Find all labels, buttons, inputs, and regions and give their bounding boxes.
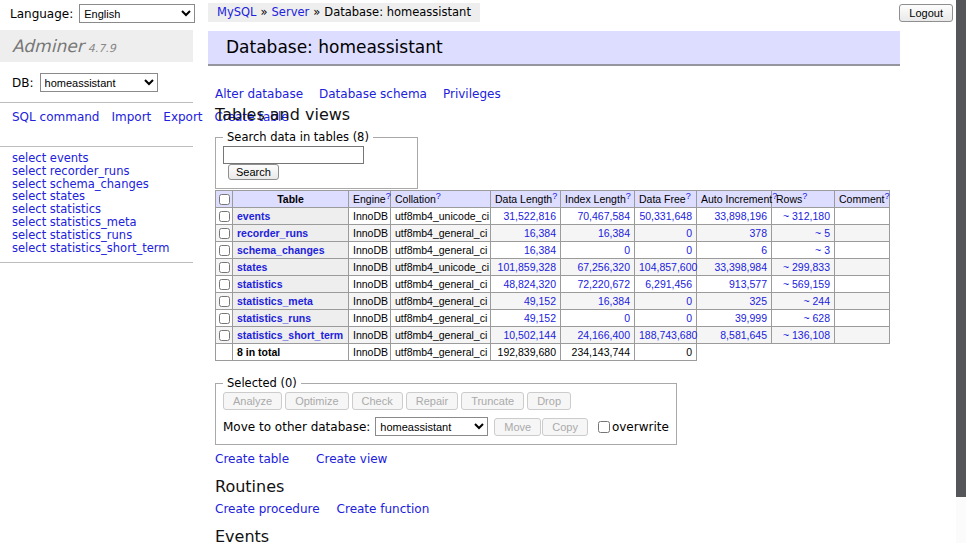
row-checkbox[interactable]	[219, 211, 230, 222]
copy-button[interactable]: Copy	[542, 418, 588, 436]
data-length-link[interactable]: 10,502,144	[503, 329, 556, 341]
row-select-cell[interactable]	[216, 276, 233, 293]
column-help-link[interactable]: ?	[626, 191, 631, 201]
rows-link[interactable]: ~ 3	[815, 244, 830, 256]
db-select[interactable]: homeassistant	[40, 73, 158, 92]
create-view-link[interactable]: Create view	[316, 452, 387, 466]
data-length-link[interactable]: 48,824,320	[503, 278, 556, 290]
index-length-link[interactable]: 16,384	[598, 295, 630, 307]
column-help-link[interactable]: ?	[686, 191, 691, 201]
index-length-link[interactable]: 24,166,400	[577, 329, 630, 341]
data-length-link[interactable]: 16,384	[524, 244, 556, 256]
move-database-select[interactable]: homeassistant	[375, 417, 488, 436]
data-free-link[interactable]: 0	[686, 227, 692, 239]
rows-link[interactable]: ~ 244	[803, 295, 830, 307]
auto-increment-link[interactable]: 33,398,984	[714, 261, 767, 273]
row-select-cell[interactable]	[216, 208, 233, 225]
search-input[interactable]	[223, 146, 364, 164]
rows-link[interactable]: ~ 569,159	[783, 278, 830, 290]
data-free-link[interactable]: 104,857,600	[639, 261, 697, 273]
index-length-link[interactable]: 0	[624, 244, 630, 256]
index-length-link[interactable]: 67,256,320	[577, 261, 630, 273]
row-checkbox[interactable]	[219, 262, 230, 273]
rows-link[interactable]: ~ 5	[815, 227, 830, 239]
column-help-link[interactable]: ?	[552, 191, 557, 201]
data-free-link[interactable]: 188,743,680	[639, 329, 697, 341]
overwrite-checkbox[interactable]	[598, 421, 610, 433]
truncate-button[interactable]: Truncate	[461, 392, 524, 410]
search-button[interactable]: Search	[228, 164, 279, 180]
index-length-link[interactable]: 0	[624, 312, 630, 324]
column-help-link[interactable]: ?	[802, 191, 807, 201]
page-scrollbar[interactable]	[956, 0, 966, 543]
data-free-link[interactable]: 6,291,456	[645, 278, 692, 290]
row-checkbox[interactable]	[219, 279, 230, 290]
rows-link[interactable]: ~ 299,833	[783, 261, 830, 273]
auto-increment-link[interactable]: 39,999	[735, 312, 767, 324]
analyze-button[interactable]: Analyze	[223, 392, 282, 410]
check-button[interactable]: Check	[352, 392, 403, 410]
row-select-cell[interactable]	[216, 293, 233, 310]
data-free-link[interactable]: 50,331,648	[639, 210, 692, 222]
rows-link[interactable]: ~ 628	[803, 312, 830, 324]
row-checkbox[interactable]	[219, 296, 230, 307]
row-select-cell[interactable]	[216, 225, 233, 242]
auto-increment-link[interactable]: 6	[761, 244, 767, 256]
drop-button[interactable]: Drop	[527, 392, 571, 410]
data-length-link[interactable]: 101,859,328	[498, 261, 556, 273]
sidebar-table-link-statistics-short-term[interactable]: select statistics_short_term	[12, 241, 169, 255]
language-select[interactable]: English	[79, 4, 195, 23]
auto-increment-link[interactable]: 325	[749, 295, 767, 307]
privileges-link[interactable]: Privileges	[443, 87, 501, 101]
table-link-schema-changes[interactable]: schema_changes	[237, 244, 325, 256]
table-link-statistics-meta[interactable]: statistics_meta	[237, 295, 313, 307]
auto-increment-link[interactable]: 8,581,645	[720, 329, 767, 341]
table-link-recorder-runs[interactable]: recorder_runs	[237, 227, 308, 239]
scrollbar-thumb[interactable]	[956, 0, 966, 497]
table-link-states[interactable]: states	[237, 261, 267, 273]
row-select-cell[interactable]	[216, 327, 233, 344]
logout-button[interactable]: Logout	[899, 4, 953, 22]
breadcrumb-link-mysql[interactable]: MySQL	[217, 5, 257, 19]
sidebar-link-export[interactable]: Export	[163, 110, 202, 124]
move-button[interactable]: Move	[494, 418, 541, 436]
row-select-cell[interactable]	[216, 242, 233, 259]
table-link-statistics[interactable]: statistics	[237, 278, 283, 290]
alter-database-link[interactable]: Alter database	[215, 87, 303, 101]
table-link-statistics-runs[interactable]: statistics_runs	[237, 312, 311, 324]
select-all-checkbox[interactable]	[219, 194, 230, 205]
data-length-link[interactable]: 49,152	[524, 312, 556, 324]
row-checkbox[interactable]	[219, 313, 230, 324]
breadcrumb-link-server[interactable]: Server	[272, 5, 310, 19]
row-select-cell[interactable]	[216, 310, 233, 327]
index-length-link[interactable]: 72,220,672	[577, 278, 630, 290]
index-length-link[interactable]: 70,467,584	[577, 210, 630, 222]
row-checkbox[interactable]	[219, 228, 230, 239]
table-link-events[interactable]: events	[237, 210, 270, 222]
row-select-cell[interactable]	[216, 259, 233, 276]
table-link-statistics-short-term[interactable]: statistics_short_term	[237, 329, 343, 341]
auto-increment-link[interactable]: 33,898,196	[714, 210, 767, 222]
column-help-link[interactable]: ?	[386, 191, 391, 201]
create-function-link[interactable]: Create function	[337, 502, 430, 516]
index-length-link[interactable]: 16,384	[598, 227, 630, 239]
rows-link[interactable]: ~ 136,108	[783, 329, 830, 341]
create-procedure-link[interactable]: Create procedure	[215, 502, 320, 516]
optimize-button[interactable]: Optimize	[285, 392, 348, 410]
auto-increment-link[interactable]: 913,577	[729, 278, 767, 290]
auto-increment-link[interactable]: 378	[749, 227, 767, 239]
data-free-link[interactable]: 0	[686, 244, 692, 256]
sidebar-link-sql-command[interactable]: SQL command	[12, 110, 99, 124]
data-length-link[interactable]: 31,522,816	[503, 210, 556, 222]
row-checkbox[interactable]	[219, 245, 230, 256]
column-help-link[interactable]: ?	[885, 191, 890, 201]
data-length-link[interactable]: 16,384	[524, 227, 556, 239]
database-schema-link[interactable]: Database schema	[319, 87, 427, 101]
data-free-link[interactable]: 0	[686, 295, 692, 307]
rows-link[interactable]: ~ 312,180	[783, 210, 830, 222]
sidebar-link-import[interactable]: Import	[111, 110, 151, 124]
data-free-link[interactable]: 0	[686, 312, 692, 324]
create-table-link[interactable]: Create table	[215, 452, 289, 466]
repair-button[interactable]: Repair	[406, 392, 458, 410]
data-length-link[interactable]: 49,152	[524, 295, 556, 307]
